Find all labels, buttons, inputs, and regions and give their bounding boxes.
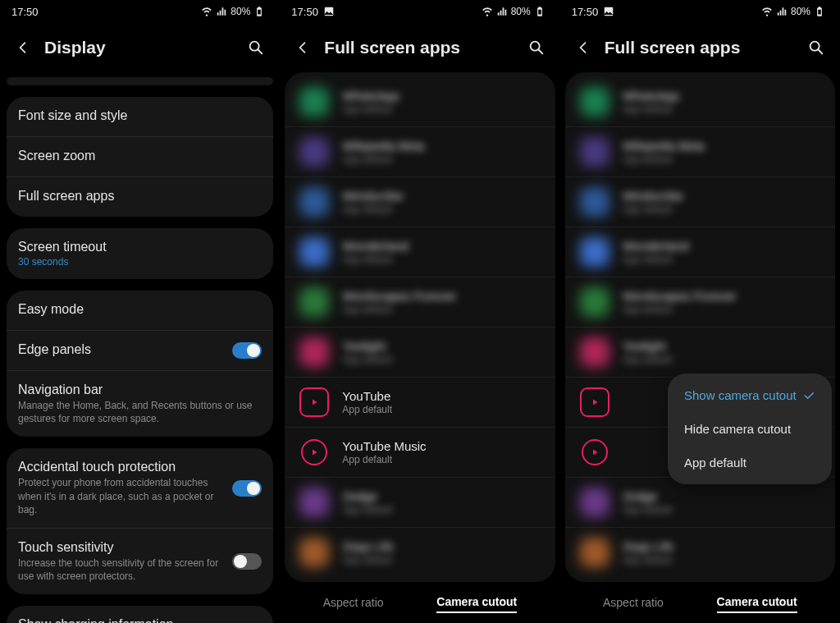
full-screen-apps-row[interactable]: Full screen apps bbox=[7, 177, 273, 217]
app-row-blurred[interactable]: WonderlandApp default bbox=[285, 227, 555, 277]
app-row-blurred[interactable]: YeelightApp default bbox=[565, 328, 835, 378]
signal-icon bbox=[776, 6, 788, 17]
edge-panels-toggle[interactable] bbox=[232, 342, 262, 359]
screen-timeout-row[interactable]: Screen timeout 30 seconds bbox=[7, 228, 273, 279]
image-icon bbox=[323, 6, 335, 17]
display-group-4: Accidental touch protection Protect your… bbox=[7, 448, 273, 594]
search-icon[interactable] bbox=[247, 39, 265, 57]
wifi-icon bbox=[482, 6, 493, 17]
page-title: Full screen apps bbox=[605, 38, 794, 57]
status-bar: 17:50 80% bbox=[560, 0, 840, 23]
tab-aspect-ratio[interactable]: Aspect ratio bbox=[603, 593, 664, 612]
header: Full screen apps bbox=[560, 23, 840, 72]
youtube-icon bbox=[580, 387, 609, 417]
youtube-icon bbox=[299, 387, 329, 417]
touch-sensitivity-row[interactable]: Touch sensitivity Increase the touch sen… bbox=[7, 529, 273, 594]
svg-point-4 bbox=[810, 42, 819, 51]
phone-full-screen-apps: 17:50 80% Full screen apps WhatsAppApp d… bbox=[280, 0, 559, 623]
app-row-blurred[interactable]: Wikipedia BetaApp default bbox=[565, 127, 835, 177]
svg-point-0 bbox=[250, 42, 259, 51]
edge-panels-row[interactable]: Edge panels bbox=[7, 331, 273, 371]
status-icons: 80% bbox=[482, 6, 546, 17]
youtube-music-icon bbox=[301, 439, 327, 465]
display-group-3: Easy mode Edge panels Navigation bar Man… bbox=[7, 291, 273, 437]
display-group-1: Font size and style Screen zoom Full scr… bbox=[7, 97, 273, 217]
page-title: Display bbox=[44, 38, 234, 57]
bottom-tabs: Aspect ratio Camera cutout bbox=[280, 582, 559, 623]
scroll-indicator-card bbox=[7, 77, 273, 85]
accidental-touch-sub: Protect your phone from accidental touch… bbox=[18, 476, 224, 516]
touch-sensitivity-toggle[interactable] bbox=[232, 553, 262, 570]
app-name-label: YouTube bbox=[342, 389, 540, 403]
app-row-youtube-music[interactable]: YouTube Music App default bbox=[285, 428, 555, 478]
status-battery-text: 80% bbox=[511, 6, 531, 17]
status-time: 17:50 bbox=[11, 6, 39, 18]
display-group-5: Show charging information Show battery l… bbox=[7, 606, 273, 623]
app-row-blurred[interactable]: Wordscapes ForeverApp default bbox=[285, 277, 555, 328]
screen-zoom-label: Screen zoom bbox=[18, 149, 262, 163]
accidental-touch-label: Accidental touch protection bbox=[18, 460, 224, 474]
app-row-blurred[interactable]: ZedgeApp default bbox=[285, 478, 555, 528]
svg-point-2 bbox=[530, 42, 539, 51]
app-row-blurred[interactable]: ZedgeApp default bbox=[565, 478, 835, 528]
app-default-label: App default bbox=[342, 454, 540, 465]
popup-item-label: App default bbox=[684, 456, 746, 470]
navigation-bar-sub: Manage the Home, Back, and Recents butto… bbox=[18, 399, 262, 425]
apps-content[interactable]: WhatsAppApp default Wikipedia BetaApp de… bbox=[560, 72, 840, 582]
app-row-blurred[interactable]: WindscribeApp default bbox=[285, 177, 555, 227]
app-row-blurred[interactable]: WhatsAppApp default bbox=[285, 77, 555, 127]
popup-hide-camera-cutout[interactable]: Hide camera cutout bbox=[668, 412, 832, 446]
app-row-blurred[interactable]: WhatsAppApp default bbox=[565, 77, 835, 127]
charging-info-row[interactable]: Show charging information Show battery l… bbox=[7, 606, 273, 623]
tab-camera-cutout[interactable]: Camera cutout bbox=[436, 592, 517, 613]
apps-content[interactable]: WhatsAppApp default Wikipedia BetaApp de… bbox=[280, 72, 559, 582]
status-time: 17:50 bbox=[291, 6, 318, 18]
navigation-bar-row[interactable]: Navigation bar Manage the Home, Back, an… bbox=[7, 371, 273, 437]
back-icon[interactable] bbox=[575, 39, 591, 56]
touch-sensitivity-label: Touch sensitivity bbox=[18, 540, 224, 555]
app-row-blurred[interactable]: WindscribeApp default bbox=[565, 177, 835, 227]
settings-content[interactable]: Font size and style Screen zoom Full scr… bbox=[0, 72, 280, 623]
app-row-blurred[interactable]: Zepp LifeApp default bbox=[565, 528, 835, 577]
status-icons: 80% bbox=[761, 6, 825, 17]
screen-zoom-row[interactable]: Screen zoom bbox=[7, 137, 273, 177]
check-icon bbox=[802, 389, 815, 402]
phone-full-screen-apps-popup: 17:50 80% Full screen apps WhatsAppApp d… bbox=[560, 0, 840, 623]
app-row-youtube[interactable]: YouTube App default bbox=[285, 378, 555, 428]
accidental-touch-row[interactable]: Accidental touch protection Protect your… bbox=[7, 448, 273, 529]
navigation-bar-label: Navigation bar bbox=[18, 383, 262, 397]
wifi-icon bbox=[761, 6, 773, 17]
app-row-blurred[interactable]: Wordscapes ForeverApp default bbox=[565, 277, 835, 328]
tab-aspect-ratio[interactable]: Aspect ratio bbox=[323, 593, 384, 612]
popup-item-label: Hide camera cutout bbox=[684, 422, 791, 436]
touch-sensitivity-sub: Increase the touch sensitivity of the sc… bbox=[18, 557, 224, 583]
app-row-blurred[interactable]: Zepp LifeApp default bbox=[285, 528, 555, 577]
battery-icon bbox=[253, 6, 265, 17]
easy-mode-label: Easy mode bbox=[18, 302, 262, 317]
app-row-blurred[interactable]: Wikipedia BetaApp default bbox=[285, 127, 555, 177]
app-row-blurred[interactable]: YeelightApp default bbox=[285, 328, 555, 378]
status-battery-text: 80% bbox=[231, 6, 250, 17]
status-bar: 17:50 80% bbox=[280, 0, 559, 23]
popup-show-camera-cutout[interactable]: Show camera cutout bbox=[668, 378, 832, 412]
app-default-label: App default bbox=[342, 404, 540, 415]
easy-mode-row[interactable]: Easy mode bbox=[7, 291, 273, 331]
search-icon[interactable] bbox=[807, 39, 825, 57]
app-row-blurred[interactable]: WonderlandApp default bbox=[565, 227, 835, 277]
popup-app-default[interactable]: App default bbox=[668, 446, 832, 479]
tab-camera-cutout[interactable]: Camera cutout bbox=[717, 592, 797, 613]
display-group-2: Screen timeout 30 seconds bbox=[7, 228, 273, 279]
cutout-popup-menu: Show camera cutout Hide camera cutout Ap… bbox=[668, 373, 832, 484]
screen-timeout-value: 30 seconds bbox=[18, 256, 262, 268]
back-icon[interactable] bbox=[15, 39, 31, 56]
image-icon bbox=[603, 6, 614, 17]
charging-info-label: Show charging information bbox=[18, 617, 224, 623]
bottom-tabs: Aspect ratio Camera cutout bbox=[560, 582, 840, 623]
accidental-touch-toggle[interactable] bbox=[232, 480, 262, 497]
font-size-row[interactable]: Font size and style bbox=[7, 97, 273, 137]
edge-panels-label: Edge panels bbox=[18, 342, 224, 357]
back-icon[interactable] bbox=[294, 39, 311, 56]
search-icon[interactable] bbox=[527, 39, 546, 57]
signal-icon bbox=[496, 6, 508, 17]
apps-list-card: WhatsAppApp default Wikipedia BetaApp de… bbox=[285, 72, 555, 582]
